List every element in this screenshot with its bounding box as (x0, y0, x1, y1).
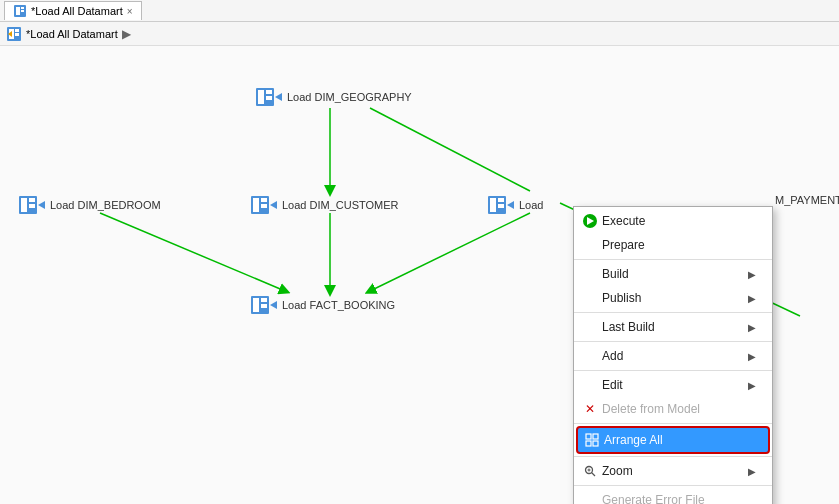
menu-item-execute-content: Execute (582, 213, 756, 229)
last-build-submenu-arrow: ▶ (748, 322, 756, 333)
svg-rect-43 (586, 441, 591, 446)
svg-line-11 (100, 213, 285, 291)
menu-label-delete: Delete from Model (602, 402, 700, 416)
svg-rect-19 (266, 96, 272, 100)
menu-item-arrange-all[interactable]: Arrange All (576, 426, 770, 454)
menu-item-zoom[interactable]: Zoom ▶ (574, 459, 772, 483)
svg-rect-3 (21, 10, 24, 12)
menu-item-generate-error[interactable]: Generate Error File (574, 488, 772, 504)
breadcrumb-label: *Load All Datamart (26, 28, 118, 40)
menu-sep-5 (574, 423, 772, 424)
menu-item-publish[interactable]: Publish ▶ (574, 286, 772, 310)
diagram-canvas: Load DIM_GEOGRAPHY Load DIM_BEDROOM (0, 46, 839, 504)
menu-item-publish-content: Publish (582, 290, 748, 306)
menu-item-build-content: Build (582, 266, 748, 282)
svg-rect-6 (15, 29, 19, 32)
menu-item-build[interactable]: Build ▶ (574, 262, 772, 286)
svg-rect-18 (266, 90, 272, 94)
add-submenu-arrow: ▶ (748, 351, 756, 362)
menu-sep-6 (574, 456, 772, 457)
tab-close-button[interactable]: × (127, 6, 133, 17)
menu-label-edit: Edit (602, 378, 623, 392)
tab-label: *Load All Datamart (31, 5, 123, 17)
node-dim-load-partial[interactable]: Load (487, 194, 543, 216)
context-menu: Execute Prepare Build ▶ Publish ▶ (573, 206, 773, 504)
tab-icon (13, 4, 27, 18)
menu-item-arrange-all-content: Arrange All (584, 432, 756, 448)
menu-item-execute[interactable]: Execute (574, 209, 772, 233)
svg-rect-22 (21, 198, 27, 212)
menu-item-last-build[interactable]: Last Build ▶ (574, 315, 772, 339)
svg-rect-24 (29, 204, 35, 208)
menu-label-arrange-all: Arrange All (604, 433, 663, 447)
breadcrumb-icon (6, 26, 22, 42)
svg-marker-30 (270, 201, 277, 209)
menu-item-prepare-content: Prepare (582, 237, 756, 253)
add-icon-placeholder (582, 348, 598, 364)
menu-label-generate-error: Generate Error File (602, 493, 705, 504)
node-dim-bedroom[interactable]: Load DIM_BEDROOM (18, 194, 161, 216)
menu-label-last-build: Last Build (602, 320, 655, 334)
node-fact-booking[interactable]: Load FACT_BOOKING (250, 294, 395, 316)
build-submenu-arrow: ▶ (748, 269, 756, 280)
menu-label-prepare: Prepare (602, 238, 645, 252)
svg-rect-27 (253, 198, 259, 212)
node-dim-payment[interactable]: M_PAYMENT (775, 194, 839, 206)
prepare-icon-placeholder (582, 237, 598, 253)
svg-rect-32 (490, 198, 496, 212)
menu-label-add: Add (602, 349, 623, 363)
svg-rect-17 (258, 90, 264, 104)
menu-label-zoom: Zoom (602, 464, 633, 478)
svg-marker-25 (38, 201, 45, 209)
node-dim-customer[interactable]: Load DIM_CUSTOMER (250, 194, 399, 216)
svg-marker-35 (507, 201, 514, 209)
svg-marker-40 (270, 301, 277, 309)
menu-label-publish: Publish (602, 291, 641, 305)
node-icon-dim-bedroom (18, 194, 46, 216)
svg-line-13 (370, 213, 530, 291)
menu-item-add[interactable]: Add ▶ (574, 344, 772, 368)
execute-icon (582, 213, 598, 229)
edit-submenu-arrow: ▶ (748, 380, 756, 391)
generate-error-icon-placeholder (582, 492, 598, 504)
menu-item-delete[interactable]: ✕ Delete from Model (574, 397, 772, 421)
zoom-submenu-arrow: ▶ (748, 466, 756, 477)
node-icon-dim-geography (255, 86, 283, 108)
svg-rect-42 (593, 434, 598, 439)
editor-tab[interactable]: *Load All Datamart × (4, 1, 142, 20)
menu-item-edit-content: Edit (582, 377, 748, 393)
menu-sep-1 (574, 259, 772, 260)
node-icon-dim-load (487, 194, 515, 216)
breadcrumb-arrow: ▶ (122, 27, 131, 41)
svg-rect-28 (261, 198, 267, 202)
svg-rect-41 (586, 434, 591, 439)
menu-sep-3 (574, 341, 772, 342)
svg-line-46 (591, 472, 595, 476)
svg-rect-23 (29, 198, 35, 202)
publish-icon-placeholder (582, 290, 598, 306)
node-label-dim-payment: M_PAYMENT (775, 194, 839, 206)
node-label-dim-load: Load (519, 199, 543, 211)
delete-icon: ✕ (582, 401, 598, 417)
svg-rect-1 (16, 7, 20, 15)
menu-item-prepare[interactable]: Prepare (574, 233, 772, 257)
menu-item-edit[interactable]: Edit ▶ (574, 373, 772, 397)
svg-rect-29 (261, 204, 267, 208)
publish-submenu-arrow: ▶ (748, 293, 756, 304)
node-icon-dim-customer (250, 194, 278, 216)
menu-sep-4 (574, 370, 772, 371)
svg-rect-44 (593, 441, 598, 446)
svg-rect-33 (498, 198, 504, 202)
node-label-dim-customer: Load DIM_CUSTOMER (282, 199, 399, 211)
menu-item-add-content: Add (582, 348, 748, 364)
build-icon-placeholder (582, 266, 598, 282)
node-label-fact-booking: Load FACT_BOOKING (282, 299, 395, 311)
node-label-dim-geography: Load DIM_GEOGRAPHY (287, 91, 412, 103)
menu-item-last-build-content: Last Build (582, 319, 748, 335)
node-dim-geography[interactable]: Load DIM_GEOGRAPHY (255, 86, 412, 108)
breadcrumb: *Load All Datamart ▶ (0, 22, 839, 46)
edit-icon-placeholder (582, 377, 598, 393)
svg-line-10 (370, 108, 530, 191)
svg-marker-20 (275, 93, 282, 101)
menu-label-build: Build (602, 267, 629, 281)
